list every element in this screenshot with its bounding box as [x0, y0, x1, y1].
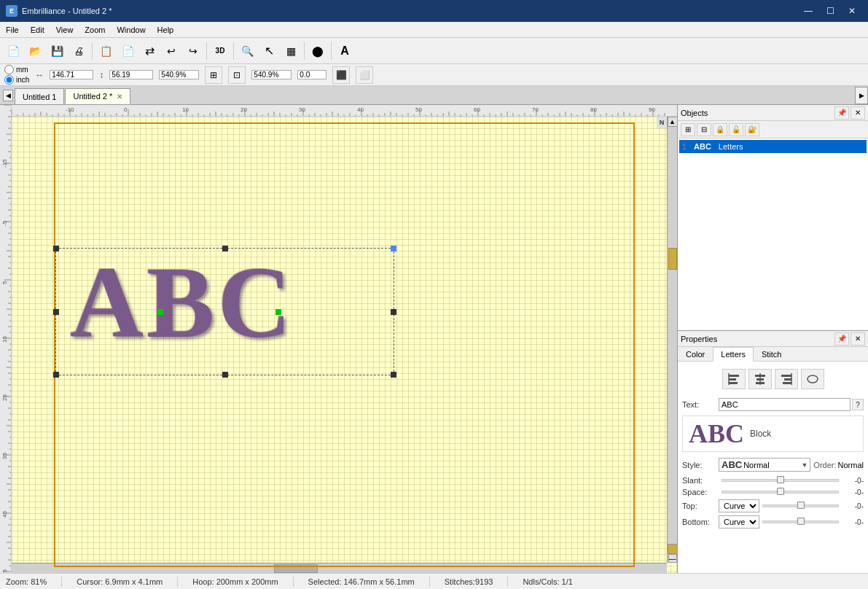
obj-tb-lock2[interactable]: 🔓	[729, 123, 743, 136]
obj-tb-lock3[interactable]: 🔐	[745, 123, 759, 136]
zoom-input1[interactable]	[159, 70, 199, 79]
unit-inch-radio[interactable]	[4, 75, 14, 85]
objects-close-button[interactable]: ✕	[851, 106, 865, 120]
tab-untitled2[interactable]: Untitled 2 * ✕	[65, 88, 130, 104]
tab-scroll-left[interactable]: ◀	[3, 90, 13, 101]
properties-panel: Properties 📌 ✕ Color Letters Stitch	[678, 331, 868, 573]
menu-file[interactable]: File	[0, 24, 25, 36]
undo-button[interactable]: ↩	[161, 41, 181, 61]
align-right-button[interactable]	[775, 369, 798, 389]
menu-view[interactable]: View	[50, 24, 79, 36]
properties-pin-button[interactable]: 📌	[834, 332, 849, 346]
height-input[interactable]	[109, 70, 153, 79]
text-row: Text: ?	[682, 398, 864, 411]
abc-design-area[interactable]: ABC	[70, 251, 398, 368]
scroll-down-button[interactable]: —	[668, 554, 677, 563]
maximize-button[interactable]: ☐	[820, 4, 840, 18]
sep1	[92, 42, 93, 60]
new-button[interactable]: 📄	[3, 41, 23, 61]
properties-close-button[interactable]: ✕	[851, 332, 865, 346]
zoom-input2[interactable]	[251, 70, 292, 79]
sep2	[206, 42, 207, 60]
pos-input[interactable]	[297, 70, 327, 79]
titlebar-controls[interactable]: — ☐ ✕	[798, 4, 862, 18]
minimize-button[interactable]: —	[798, 4, 818, 18]
magnify-button[interactable]: 🔍	[237, 41, 257, 61]
save-button[interactable]: 💾	[47, 41, 67, 61]
toolbar: 📄 📂 💾 🖨 📋 📄 ⇄ ↩ ↪ 3D 🔍 ↖ ▦ ⬤ A	[0, 38, 868, 64]
align-row	[682, 366, 864, 392]
tab-color[interactable]: Color	[678, 347, 713, 361]
obj-num: 1	[682, 143, 691, 151]
align-center-button[interactable]	[748, 369, 772, 389]
slant-thumb[interactable]	[777, 476, 784, 483]
top-thumb[interactable]	[797, 502, 805, 509]
text-help-button[interactable]: ?	[852, 399, 864, 410]
sep5	[331, 42, 332, 60]
color-button[interactable]: ⬜	[356, 66, 373, 84]
align-left-button[interactable]	[722, 369, 746, 389]
bw-button[interactable]: ⬛	[332, 66, 350, 84]
align-ellipse-button[interactable]	[801, 369, 824, 389]
transform-button[interactable]: ⇄	[139, 41, 160, 61]
fit-button[interactable]: ⊡	[228, 66, 246, 84]
copy-button[interactable]: 📋	[95, 41, 116, 61]
scrollbar-thumb[interactable]	[668, 248, 677, 270]
open-button[interactable]: 📂	[25, 41, 45, 61]
main-area: ABC N ▲ —	[0, 105, 868, 573]
objects-list: 1 ABC Letters	[678, 139, 868, 330]
obj-tb-grid[interactable]: ⊞	[681, 123, 695, 136]
menu-window[interactable]: Window	[111, 24, 151, 36]
svg-rect-1	[729, 378, 736, 381]
scrollbar-right[interactable]: ▲ —	[667, 117, 677, 563]
reset-view-button[interactable]: ⊞	[205, 66, 222, 84]
3d-button[interactable]: 3D	[210, 41, 230, 61]
circle-button[interactable]: ⬤	[308, 41, 328, 61]
canvas-content[interactable]: ABC N	[12, 117, 677, 573]
tab-untitled1[interactable]: Untitled 1	[15, 88, 64, 104]
style-dropdown-arrow[interactable]: ▼	[801, 461, 808, 469]
menu-zoom[interactable]: Zoom	[79, 24, 111, 36]
objects-item-0[interactable]: 1 ABC Letters	[679, 140, 867, 153]
width-input[interactable]	[50, 70, 93, 79]
properties-header: Properties 📌 ✕	[678, 331, 868, 347]
scroll-anchor-button[interactable]	[668, 544, 678, 554]
svg-rect-9	[784, 378, 791, 381]
bottom-label: Bottom:	[682, 518, 719, 526]
obj-tb-lock[interactable]: 🔒	[713, 123, 727, 136]
grid-button[interactable]: ▦	[281, 41, 301, 61]
style-select[interactable]: ABC Normal ▼	[719, 458, 810, 472]
text-input[interactable]	[719, 398, 851, 411]
bottom-type-select[interactable]: Curve	[719, 515, 759, 528]
tab-close-button[interactable]: ✕	[117, 93, 122, 101]
obj-tb-group[interactable]: ⊟	[697, 123, 711, 136]
unit-inch-label[interactable]: inch	[4, 75, 29, 85]
scroll-up-button[interactable]: ▲	[668, 117, 678, 127]
canvas-area[interactable]: ABC N ▲ —	[0, 105, 677, 573]
menu-edit[interactable]: Edit	[25, 24, 50, 36]
tab-stitch[interactable]: Stitch	[754, 347, 790, 361]
titlebar-left: E Embrilliance - Untitled 2 *	[6, 5, 112, 17]
paste-button[interactable]: 📄	[117, 41, 138, 61]
space-thumb[interactable]	[777, 488, 784, 495]
app-title: Embrilliance - Untitled 2 *	[22, 7, 112, 15]
objects-pin-button[interactable]: 📌	[834, 106, 849, 120]
svg-point-12	[808, 375, 818, 383]
print-button[interactable]: 🖨	[69, 41, 89, 61]
unit-mm-label[interactable]: mm	[4, 65, 29, 74]
svg-rect-2	[729, 382, 738, 384]
top-type-select[interactable]: Curve	[719, 499, 759, 512]
menu-help[interactable]: Help	[152, 24, 180, 36]
objects-panel: Objects 📌 ✕ ⊞ ⊟ 🔒 🔓 🔐 1 ABC Letters	[678, 105, 868, 331]
select-button[interactable]: ↖	[259, 41, 279, 61]
text-button[interactable]: A	[335, 41, 355, 61]
close-button[interactable]: ✕	[842, 4, 862, 18]
tab-letters[interactable]: Letters	[713, 347, 754, 362]
tab-arrow-right[interactable]: ▶	[855, 87, 868, 104]
redo-button[interactable]: ↪	[183, 41, 203, 61]
space-row: Space: -0-	[682, 488, 864, 496]
order-value: Normal	[838, 461, 864, 469]
space-value: -0-	[842, 488, 864, 496]
bottom-thumb[interactable]	[797, 518, 805, 525]
unit-mm-radio[interactable]	[4, 65, 14, 74]
